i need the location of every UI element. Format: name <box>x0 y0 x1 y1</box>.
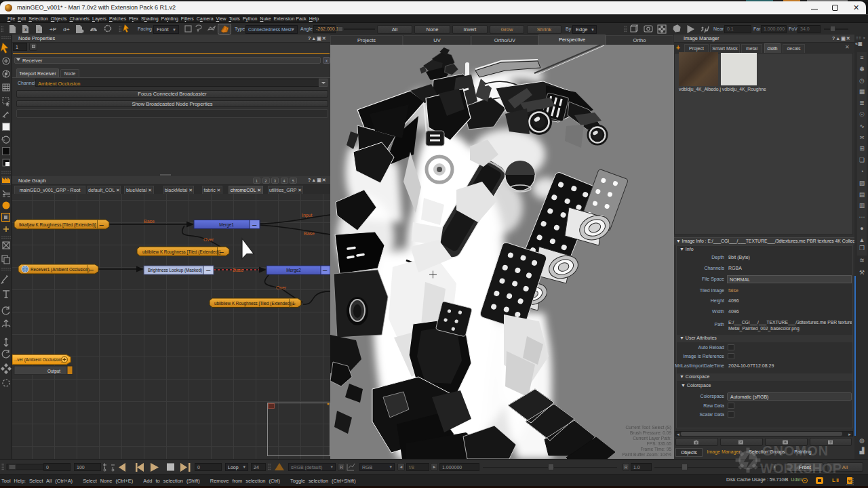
svg-text:—: — <box>220 249 224 254</box>
svg-text:—: — <box>323 268 328 272</box>
svg-text:d+: d+ <box>63 26 70 33</box>
svg-text:Receiver1 (Ambient Occlusion): Receiver1 (Ambient Occlusion) <box>31 267 90 272</box>
svg-text:Input: Input <box>302 213 313 218</box>
svg-text:A: A <box>92 28 95 32</box>
svg-text:—: — <box>252 222 257 227</box>
svg-text:↓: ↓ <box>38 27 41 32</box>
svg-text:—: — <box>90 267 94 272</box>
svg-text:Over: Over <box>203 237 214 242</box>
svg-text:tkkafjaw K Roughness [Tiled (E: tkkafjaw K Roughness [Tiled (Extended)] <box>19 222 96 228</box>
svg-text:Base: Base <box>304 231 315 236</box>
svg-text:ubiibiiew K Roughness [Tiled (: ubiibiiew K Roughness [Tiled (Extended)]… <box>214 301 295 306</box>
svg-text:+P: +P <box>50 26 57 33</box>
svg-text:Brightness Lookup (Masked): Brightness Lookup (Masked) <box>148 268 202 273</box>
svg-text:...ver (Ambient Occlusion): ...ver (Ambient Occlusion) <box>14 357 62 363</box>
svg-text:Base: Base <box>233 268 243 272</box>
svg-text:Brush Pressure: 0.09: Brush Pressure: 0.09 <box>630 430 671 435</box>
svg-text:—: — <box>206 268 211 272</box>
svg-text:Base: Base <box>144 219 155 224</box>
svg-text:Current Tool: Select (S): Current Tool: Select (S) <box>626 425 671 430</box>
svg-text:Current Layer Path:: Current Layer Path: <box>633 436 671 441</box>
svg-text:x: x <box>24 27 27 32</box>
svg-text:—: — <box>100 222 104 227</box>
svg-text:ubiibiiew K Roughness [Tiled (: ubiibiiew K Roughness [Tiled (Extended)] <box>142 249 220 255</box>
svg-text:Paint Buffer Zoom: 104%: Paint Buffer Zoom: 104% <box>622 452 671 457</box>
svg-text:—: — <box>292 301 296 306</box>
svg-text:FPS: 335.65: FPS: 335.65 <box>647 441 672 446</box>
svg-text:Over: Over <box>276 285 287 290</box>
svg-text:Merge2: Merge2 <box>286 268 301 273</box>
svg-text:Output: Output <box>47 369 60 374</box>
svg-text:Merge1: Merge1 <box>219 222 234 228</box>
svg-text:Frame Time: 95: Frame Time: 95 <box>640 447 671 451</box>
